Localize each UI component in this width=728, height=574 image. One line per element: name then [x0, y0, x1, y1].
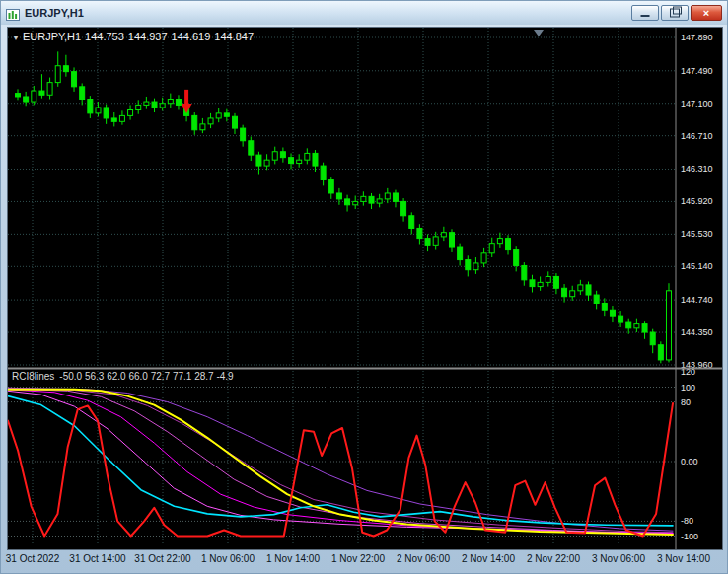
candlestick [321, 166, 326, 179]
candlestick [369, 196, 374, 203]
candlestick [546, 276, 550, 282]
candlestick [144, 102, 149, 105]
candlestick [570, 291, 575, 297]
candlestick [522, 265, 527, 279]
candlestick [506, 239, 511, 250]
ohlc-open: 144.753 [85, 31, 124, 42]
candlestick [530, 280, 535, 287]
candlestick [594, 295, 599, 303]
candlestick [289, 158, 294, 164]
candlestick [538, 282, 543, 286]
candlestick [610, 310, 615, 316]
indicator-line-rci-cyan [8, 396, 673, 526]
candlestick [458, 247, 463, 260]
candlestick [232, 116, 237, 128]
candlestick [401, 201, 406, 215]
price-axis-label: 144.740 [681, 295, 713, 305]
candlestick [562, 288, 567, 296]
candlestick [272, 152, 277, 160]
candlestick [489, 244, 494, 253]
candlestick [345, 199, 350, 205]
time-axis[interactable]: 31 Oct 202231 Oct 14:0031 Oct 22:001 Nov… [7, 552, 723, 569]
ohlc-low: 144.619 [172, 31, 211, 42]
price-axis-label: 145.140 [681, 261, 713, 271]
minimize-button[interactable] [631, 5, 659, 21]
indicator-values: -50.0 56.3 62.0 66.0 72.7 77.1 28.7 -4.9 [59, 371, 233, 382]
chart-icon[interactable] [6, 7, 20, 19]
candlestick [578, 285, 583, 291]
candlestick [128, 109, 133, 115]
candlestick [47, 83, 52, 96]
candlestick [24, 97, 29, 102]
quote-header: ▼EURJPY,H1144.753144.937144.619144.847 [12, 31, 257, 42]
candlestick [152, 102, 157, 108]
candlestick [497, 239, 502, 244]
candlestick [377, 199, 382, 203]
symbol-dropdown-icon[interactable]: ▼ [12, 34, 20, 42]
candlestick [473, 263, 478, 270]
candlestick [425, 239, 430, 246]
time-axis-label: 3 Nov 14:00 [642, 553, 725, 564]
candlestick [650, 332, 655, 345]
candlestick [136, 105, 141, 109]
candlestick [353, 201, 358, 204]
candlestick [586, 285, 591, 295]
candlestick [433, 237, 438, 245]
indicator-axis-label: -100 [681, 532, 698, 541]
candlestick [658, 345, 663, 360]
candlestick [72, 72, 77, 87]
candlestick [553, 276, 558, 288]
indicator-header: RCI8lines-50.0 56.3 62.0 66.0 72.7 77.1 … [12, 371, 239, 382]
candlestick [264, 160, 269, 166]
price-axis-label: 147.490 [681, 66, 713, 76]
ohlc-close: 144.847 [214, 31, 254, 42]
candlestick [602, 303, 607, 310]
candlestick [208, 118, 213, 124]
candlestick [305, 153, 310, 160]
candlestick [55, 66, 60, 83]
indicator-axis-label: -80 [681, 516, 693, 526]
candlestick [417, 228, 422, 238]
candlestick [313, 153, 318, 166]
candlestick [449, 233, 454, 247]
price-axis-label: 146.310 [681, 164, 713, 174]
chart-window: EURJPY,H1 × 147.890147.490147.100146.710… [0, 0, 728, 574]
sell-arrow-icon [182, 104, 192, 113]
chart-shift-marker-icon[interactable] [534, 30, 544, 36]
candlestick [634, 324, 639, 328]
candlestick [393, 193, 398, 201]
candlestick [160, 104, 165, 108]
indicator-axis-label: 80 [681, 397, 691, 407]
indicator-line-rci-magenta-1 [8, 391, 673, 534]
candlestick [119, 115, 124, 121]
close-button[interactable]: × [691, 5, 722, 21]
candlestick [514, 250, 519, 266]
candlestick [385, 193, 390, 199]
candlestick [176, 100, 181, 106]
window-title: EURJPY,H1 [25, 7, 84, 19]
window-titlebar: EURJPY,H1 × [1, 1, 727, 25]
candlestick [224, 113, 229, 116]
indicator-axis-label: 0.00 [681, 457, 698, 466]
candlestick [336, 193, 341, 199]
candlestick [666, 291, 671, 360]
chart-area[interactable]: 147.890147.490147.100146.710146.310145.9… [7, 27, 723, 550]
close-icon: × [692, 6, 721, 19]
candlestick [466, 260, 471, 270]
candlestick [256, 155, 261, 166]
chart-canvas[interactable]: 147.890147.490147.100146.710146.310145.9… [8, 28, 722, 549]
indicator-line-rci-red [8, 403, 673, 536]
candlestick [168, 100, 173, 104]
candlestick [409, 216, 414, 229]
restore-button[interactable] [661, 5, 689, 21]
candlestick [32, 91, 36, 102]
indicator-axis-label: 100 [681, 383, 695, 393]
candlestick [104, 108, 109, 118]
candlestick [241, 128, 246, 141]
indicator-name: RCI8lines [12, 371, 54, 382]
price-axis-label: 144.350 [681, 327, 713, 337]
price-axis-label: 146.710 [681, 131, 713, 141]
candlestick [297, 160, 302, 163]
candlestick [280, 152, 285, 158]
candlestick [88, 100, 93, 113]
